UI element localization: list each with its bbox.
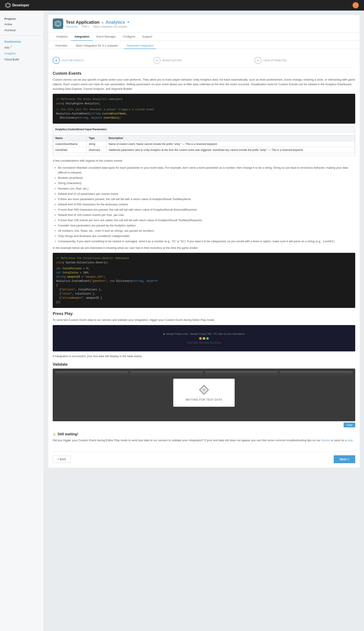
main-tabs: Analytics Integration Event Manager Conf… [48,33,360,41]
project-title-row: Test Application » Analytics ▼ [66,20,355,25]
project-header: Test Application » Analytics ▼ Playnomic… [48,15,360,33]
validate-box: WAITING FOR TEST DATA [53,369,355,421]
tab-event-manager[interactable]: Event Manager [93,33,119,41]
list-item: Consider how parameters are parsed by th… [58,223,355,244]
considerations-list: Be consistent! Maintain consistent data … [58,165,355,244]
waiting-overlay: WAITING FOR TEST DATA [173,379,235,407]
project-icon [53,19,63,29]
sub-tabs: Overview Basic Integration for 5.2 onwar… [48,41,360,49]
example-intro: In the example below we are interested i… [53,246,355,250]
list-item: Default limit of 500 characters for the … [58,202,355,212]
tab-configure[interactable]: Configure [119,33,138,41]
table-row: customEventName string Name of custom ev… [53,141,355,147]
doc-content: ★ CUSTOM EVENTS ★ MONETIZATION ★ USER AT… [48,49,360,468]
back-button[interactable]: < Back [53,455,71,463]
considerations-intro: A few considerations with regards to the… [53,159,355,163]
unity-logo-icon [5,3,10,8]
sub-tab-basic[interactable]: Basic Integration for 5.2 onwards [73,43,120,49]
project-name: Test Application [66,20,100,25]
clear-button[interactable]: Clear [344,423,355,427]
logo[interactable]: Developer [5,3,29,8]
tab-analytics[interactable]: Analytics [53,33,71,41]
note-link[interactable]: note [347,439,353,442]
editor-screenshot: ▶ Sample Project.unity - Sample Project … [53,325,355,351]
list-item: If more than 500 characters are passed, … [58,207,355,212]
sidebar-item-ads[interactable]: Ads ↗ [0,44,44,51]
list-item: Consequently, if you want something to b… [58,239,355,244]
nav-buttons: < Back Next > [53,452,355,463]
cell-name-2: eventData [53,147,86,153]
col-type: Type [86,135,106,141]
list-item: Default limit of 100 custom events per h… [58,213,355,223]
still-waiting-title: ⚠ Still waiting! [53,432,355,436]
step-label-2: MONETIZATION [162,59,182,62]
step-circle-3: ★ [254,57,262,64]
user-avatar[interactable] [352,2,359,8]
project-title-area: Test Application » Analytics ▼ Playnomic… [66,20,355,28]
external-link-icon: ↗ [10,46,12,48]
waiting-text: WAITING FOR TEST DATA [186,398,222,401]
project-section[interactable]: Analytics [106,20,125,25]
sidebar-item-cloud-build[interactable]: Cloud Build [0,57,44,62]
forums-link[interactable]: forums [321,439,330,442]
svg-marker-9 [56,22,60,26]
list-item: Numbers (int, float, etc.) [58,186,355,191]
main-layout: Projects Active Archived Dashboards Ads … [0,11,364,631]
cell-desc-2: Additional parameters sent to Unity Anal… [106,147,355,153]
code-block-1: // Reference the Unity Analytics namespa… [53,94,355,124]
step-circle-1: ★ [53,57,60,64]
list-item: Boolean (true/false) [58,176,355,180]
validate-heading: Validate [53,362,355,367]
input-params-table-wrapper: Analytics.CustomEvent Input Parameters N… [53,126,355,156]
code-block-2: // Reference the Collections.Generic nam… [53,253,355,308]
sidebar-item-active[interactable]: Active [0,21,44,27]
code-comment-2: // Use this call for whenever a player t… [56,108,154,111]
step-label-3: USER ATTRIBUTES [263,59,287,62]
list-item: Default limit of 10 parameters per custo… [58,192,355,202]
sidebar-item-archived[interactable]: Archived [0,27,44,33]
svg-marker-8 [55,21,60,26]
step-user-attributes[interactable]: ★ USER ATTRIBUTES [254,57,355,64]
publisher-link[interactable]: Playnomics [66,25,78,28]
steps-row: ★ CUSTOM EVENTS ★ MONETIZATION ★ USER AT… [53,57,355,68]
step-custom-events[interactable]: ★ CUSTOM EVENTS [53,57,154,64]
code-using-1: using [56,102,64,105]
step-circle-2: ★ [154,57,160,64]
cell-name-1: customEventName [53,141,86,147]
list-item: Be consistent! Maintain consistent data … [58,165,355,191]
projects-section-title: Projects [0,15,44,21]
project-separator: » [101,20,104,25]
dashboards-section-title: Dashboards [0,38,44,44]
code-comment-3: // Reference the Collections.Generic nam… [56,257,129,260]
step-monetization[interactable]: ★ MONETIZATION [154,57,254,64]
warning-icon: ⚠ [53,432,56,436]
sidebar-item-analytics[interactable]: Analytics [0,51,44,57]
cell-type-1: string [86,141,106,147]
list-item: String (characters) [58,181,355,186]
custom-events-heading: Custom Events [53,71,355,76]
validate-actions: Clear [53,423,355,427]
top-nav: Developer [0,0,364,11]
sidebar-divider [0,35,44,36]
tab-integration[interactable]: Integration [71,33,93,41]
code-comment-1: // Reference the Unity Analytics namespa… [56,98,122,101]
svg-marker-1 [6,4,9,7]
next-button[interactable]: Next > [334,455,355,463]
sidebar: Projects Active Archived Dashboards Ads … [0,11,44,631]
tab-support[interactable]: Support [139,33,156,41]
sub-tab-advanced[interactable]: Advanced Integration [124,43,156,49]
still-waiting-section: ⚠ Still waiting! Did you trigger your Cu… [53,429,355,446]
press-play-text: To send test Custom Event data to our se… [53,318,355,322]
content-area: Test Application » Analytics ▼ Playnomic… [44,11,364,631]
table-title: Analytics.CustomEvent Input Parameters [53,127,355,133]
project-meta: Playnomics UPID 1 Status: Integration no… [66,25,355,28]
unity-spinner-icon [198,384,210,396]
sub-tab-overview[interactable]: Overview [53,43,70,49]
list-item: If more than 100 events per hour are cal… [58,218,355,223]
dropdown-icon[interactable]: ▼ [127,21,130,24]
status-badge: Status: Integration not complete [93,25,127,28]
table-row: eventData dictionary Additional paramete… [53,147,355,153]
step-label-1: CUSTOM EVENTS [62,59,84,62]
still-waiting-text: Did you trigger your Custom Event during… [53,438,355,443]
cell-type-2: dictionary [86,147,106,153]
